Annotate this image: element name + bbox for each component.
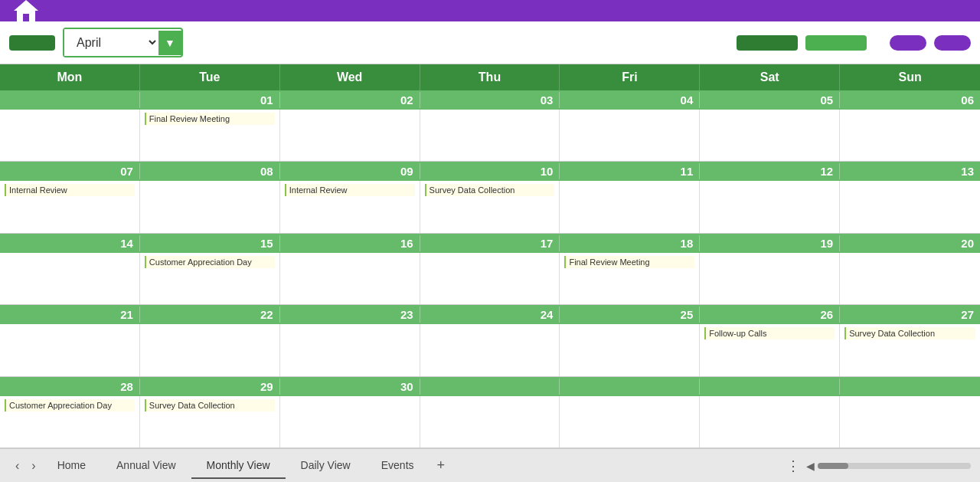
event-cell-1-3[interactable]: Survey Data Collection (420, 181, 560, 232)
event-entry[interactable]: Final Review Meeting (564, 256, 694, 268)
date-cell-2-6[interactable]: 20 (840, 235, 980, 251)
date-cell-4-5[interactable]: 0 (700, 379, 840, 395)
date-cell-0-5[interactable]: 05 (700, 92, 840, 108)
date-cell-2-4[interactable]: 18 (560, 235, 700, 251)
event-cell-2-2[interactable] (280, 253, 420, 304)
event-cell-0-3[interactable] (420, 110, 560, 161)
nav-prev-button[interactable]: ‹ (9, 456, 25, 476)
date-cell-0-4[interactable]: 04 (560, 92, 700, 108)
event-cell-2-4[interactable]: Final Review Meeting (560, 253, 700, 304)
event-cell-1-1[interactable] (140, 181, 280, 232)
date-cell-4-0[interactable]: 28 (0, 379, 140, 395)
more-options-icon[interactable]: ⋮ (786, 457, 800, 474)
date-cell-2-0[interactable]: 14 (0, 235, 140, 251)
date-cell-1-0[interactable]: 07 (0, 163, 140, 179)
week-row-0: 0010203040506Final Review Meeting (0, 90, 980, 162)
date-cell-3-6[interactable]: 27 (840, 307, 980, 323)
date-cell-3-2[interactable]: 23 (280, 307, 420, 323)
date-cell-1-2[interactable]: 09 (280, 163, 420, 179)
week-row-4: 2829300000Customer Appreciation DaySurve… (0, 377, 980, 448)
event-cell-1-4[interactable] (560, 181, 700, 232)
date-cell-1-5[interactable]: 12 (700, 163, 840, 179)
calendar-wrapper: MonTueWedThuFriSatSun 0010203040506Final… (0, 64, 980, 448)
tab-annual-view[interactable]: Annual View (101, 453, 191, 479)
week-date-row-3: 21222324252627 (0, 305, 980, 324)
event-cell-0-2[interactable] (280, 110, 420, 161)
event-cell-3-4[interactable] (560, 324, 700, 375)
date-cell-2-2[interactable]: 16 (280, 235, 420, 251)
event-cell-4-5[interactable] (700, 396, 840, 448)
date-cell-4-2[interactable]: 30 (280, 379, 420, 395)
home-icon[interactable] (12, 0, 40, 25)
date-cell-3-3[interactable]: 24 (420, 307, 560, 323)
event-cell-4-6[interactable] (840, 396, 980, 448)
event-cell-2-0[interactable] (0, 253, 140, 304)
event-cell-4-1[interactable]: Survey Data Collection (140, 396, 280, 448)
event-entry[interactable]: Internal Review (5, 184, 135, 196)
date-cell-0-6[interactable]: 06 (840, 92, 980, 108)
event-entry[interactable]: Survey Data Collection (145, 399, 275, 412)
date-cell-2-1[interactable]: 15 (140, 235, 280, 251)
tab-events[interactable]: Events (366, 453, 430, 479)
add-tab-button[interactable]: + (430, 454, 453, 477)
event-cell-3-5[interactable]: Follow-up Calls (700, 324, 840, 375)
add-new-button[interactable] (890, 35, 926, 51)
date-cell-1-3[interactable]: 10 (420, 163, 560, 179)
dropdown-arrow-icon[interactable]: ▼ (158, 31, 181, 55)
event-entry[interactable]: Internal Review (285, 184, 415, 196)
event-cell-0-4[interactable] (560, 110, 700, 161)
date-cell-3-5[interactable]: 26 (700, 307, 840, 323)
event-entry[interactable]: Survey Data Collection (844, 327, 975, 339)
tab-daily-view[interactable]: Daily View (286, 453, 366, 479)
date-cell-2-3[interactable]: 17 (420, 235, 560, 251)
tab-home[interactable]: Home (42, 453, 101, 479)
date-cell-1-4[interactable]: 11 (560, 163, 700, 179)
event-cell-1-0[interactable]: Internal Review (0, 181, 140, 232)
date-cell-1-1[interactable]: 08 (140, 163, 280, 179)
event-cell-1-2[interactable]: Internal Review (280, 181, 420, 232)
date-cell-4-4[interactable]: 0 (560, 379, 700, 395)
date-cell-3-0[interactable]: 21 (0, 307, 140, 323)
event-cell-2-6[interactable] (840, 253, 980, 304)
date-cell-1-6[interactable]: 13 (840, 163, 980, 179)
event-entry[interactable]: Customer Appreciation Day (145, 256, 275, 268)
month-select[interactable]: April January February March May June Ju… (64, 29, 158, 56)
date-cell-0-3[interactable]: 03 (420, 92, 560, 108)
show-events-button[interactable] (934, 35, 971, 51)
date-cell-0-0[interactable]: 0 (0, 92, 140, 108)
event-cell-4-2[interactable] (280, 396, 420, 448)
event-cell-4-3[interactable] (420, 396, 560, 448)
event-entry[interactable]: Survey Data Collection (425, 184, 555, 196)
event-cell-3-1[interactable] (140, 324, 280, 375)
event-cell-4-4[interactable] (560, 396, 700, 448)
event-cell-2-1[interactable]: Customer Appreciation Day (140, 253, 280, 304)
event-entry[interactable]: Final Review Meeting (145, 113, 275, 125)
event-cell-2-3[interactable] (420, 253, 560, 304)
event-cell-1-5[interactable] (700, 181, 840, 232)
date-cell-4-3[interactable]: 0 (420, 379, 560, 395)
scroll-bar[interactable]: ◀ (806, 460, 971, 472)
tab-monthly-view[interactable]: Monthly View (191, 453, 286, 479)
event-cell-0-6[interactable] (840, 110, 980, 161)
event-cell-0-1[interactable]: Final Review Meeting (140, 110, 280, 161)
event-cell-3-2[interactable] (280, 324, 420, 375)
date-cell-0-2[interactable]: 02 (280, 92, 420, 108)
date-cell-3-4[interactable]: 25 (560, 307, 700, 323)
event-cell-3-6[interactable]: Survey Data Collection (840, 324, 980, 375)
date-cell-2-5[interactable]: 19 (700, 235, 840, 251)
date-cell-4-6[interactable]: 0 (840, 379, 980, 395)
event-cell-2-5[interactable] (700, 253, 840, 304)
event-cell-1-6[interactable] (840, 181, 980, 232)
date-cell-0-1[interactable]: 01 (140, 92, 280, 108)
date-cell-4-1[interactable]: 29 (140, 379, 280, 395)
event-entry[interactable]: Customer Appreciation Day (5, 399, 135, 412)
event-cell-3-3[interactable] (420, 324, 560, 375)
event-cell-4-0[interactable]: Customer Appreciation Day (0, 396, 140, 448)
nav-next-button[interactable]: › (25, 456, 41, 476)
scroll-left-button[interactable]: ◀ (806, 460, 815, 472)
event-cell-0-5[interactable] (700, 110, 840, 161)
event-cell-3-0[interactable] (0, 324, 140, 375)
event-cell-0-0[interactable] (0, 110, 140, 161)
event-entry[interactable]: Follow-up Calls (704, 327, 835, 339)
date-cell-3-1[interactable]: 22 (140, 307, 280, 323)
